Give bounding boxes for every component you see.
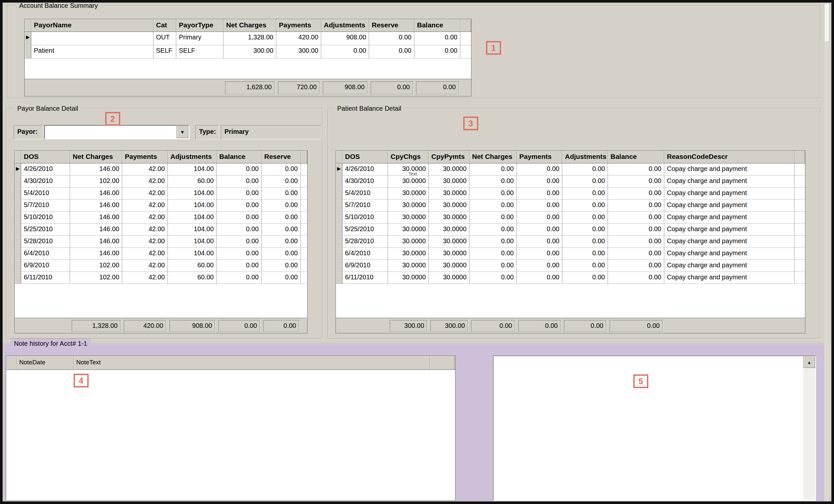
note-textarea[interactable]: ▲ <box>493 356 816 501</box>
table-row[interactable]: 5/28/2010146.0042.00104.000.000.00 <box>15 236 307 248</box>
table-cell: 30.0000 <box>388 224 429 235</box>
table-row[interactable]: 4/30/2010102.0042.0060.000.000.00 <box>15 176 307 187</box>
column-header[interactable]: Payments <box>517 151 562 163</box>
column-header[interactable]: CpyChgs <box>388 151 429 163</box>
total-box: 720.00 <box>278 82 320 94</box>
row-selector[interactable]: ▶ <box>25 32 31 45</box>
table-cell: 0.00 <box>562 272 608 283</box>
column-header[interactable]: Adjustments <box>562 151 608 163</box>
account-balance-window: Account Balance Summary PayorNameCatPayo… <box>0 0 834 504</box>
table-cell: 30.0000 <box>429 200 469 211</box>
table-cell: 0.00 <box>217 163 262 175</box>
table-cell: 5/10/2010 <box>21 212 70 223</box>
row-selector[interactable] <box>336 260 343 272</box>
chevron-down-icon[interactable]: ▼ <box>177 126 188 138</box>
table-row[interactable]: 6/9/2010102.0042.0060.000.000.00 <box>15 260 307 272</box>
table-cell: 0.00 <box>217 176 262 187</box>
table-cell: 30.0000 <box>429 212 469 223</box>
table-row[interactable]: 4/30/201030.000030.00000.000.000.000.00C… <box>336 176 805 187</box>
table-cell: 4/30/2010 <box>21 176 70 187</box>
table-row[interactable]: 5/28/201030.000030.00000.000.000.000.00C… <box>336 236 805 248</box>
table-row[interactable]: 6/11/201030.000030.00000.000.000.000.00C… <box>336 272 805 284</box>
table-row[interactable]: ▶4/26/2010146.0042.00104.000.000.00 <box>15 163 307 176</box>
row-selector[interactable] <box>25 45 31 58</box>
row-selector[interactable] <box>15 272 21 283</box>
table-cell: 0.00 <box>608 212 664 223</box>
column-header[interactable]: Adjustments <box>321 19 369 31</box>
column-header[interactable]: ReasonCodeDescr <box>664 151 795 163</box>
table-row[interactable]: 6/4/2010146.0042.00104.000.000.00 <box>15 248 307 260</box>
table-cell: 146.00 <box>70 200 122 211</box>
column-header[interactable]: PayorType <box>176 19 223 31</box>
column-header[interactable]: Payments <box>276 19 321 31</box>
header-trailing-cell <box>795 151 805 163</box>
row-selector[interactable] <box>15 236 21 248</box>
table-row[interactable]: 5/7/2010146.0042.00104.000.000.00 <box>15 200 307 212</box>
table-row[interactable]: 5/4/201030.000030.00000.000.000.000.00Co… <box>336 187 805 200</box>
table-row[interactable]: 5/10/201030.000030.00000.000.000.000.00C… <box>336 212 805 224</box>
row-selector[interactable] <box>336 187 343 199</box>
row-selector[interactable] <box>15 187 21 199</box>
column-header[interactable]: Net Charges <box>223 19 276 31</box>
row-selector[interactable] <box>336 248 343 259</box>
window-scrollbar-thumb[interactable] <box>824 3 830 42</box>
column-header[interactable]: DOS <box>21 151 70 163</box>
column-header[interactable]: NoteDate <box>17 356 74 369</box>
column-header[interactable]: Balance <box>608 151 664 163</box>
table-cell: 0.00 <box>562 260 608 272</box>
column-header[interactable]: NoteText <box>74 356 430 369</box>
table-cell: 5/25/2010 <box>21 224 70 235</box>
column-header[interactable]: Reserve <box>369 19 414 31</box>
column-header[interactable]: PayorName <box>31 19 153 31</box>
table-row[interactable]: 6/11/2010102.0042.0060.000.000.00 <box>15 272 307 284</box>
table-row[interactable]: 5/25/2010146.0042.00104.000.000.00 <box>15 224 307 236</box>
column-header[interactable]: DOS <box>343 151 388 163</box>
column-header[interactable]: Adjustments <box>168 151 217 163</box>
table-cell: 30.0000 <box>429 260 469 272</box>
table-cell: 102.00 <box>70 260 122 272</box>
row-selector[interactable] <box>336 236 343 248</box>
table-cell: 0.00 <box>369 45 414 58</box>
column-header[interactable]: Balance <box>217 151 262 163</box>
column-header[interactable]: Balance <box>414 19 460 31</box>
window-scrollbar[interactable] <box>824 3 830 501</box>
trailing-cell <box>301 163 307 175</box>
table-row[interactable]: PatientSELFSELF300.00300.000.000.000.00 <box>25 45 471 59</box>
row-selector[interactable] <box>336 176 343 187</box>
row-selector[interactable]: ▶ <box>15 163 21 175</box>
table-row[interactable]: 5/4/2010146.0042.00104.000.000.00 <box>15 187 307 200</box>
row-selector[interactable] <box>15 248 21 259</box>
row-selector[interactable] <box>15 200 21 211</box>
table-cell: 908.00 <box>321 32 369 45</box>
table-cell: 102.00 <box>70 176 122 187</box>
table-row[interactable]: ▶OUTPrimary1,328.00420.00908.000.000.00 <box>25 32 471 45</box>
row-selector[interactable] <box>336 212 343 223</box>
row-selector[interactable] <box>336 224 343 235</box>
row-selector[interactable] <box>15 212 21 223</box>
column-header[interactable]: Reserve <box>262 151 301 163</box>
trailing-cell <box>795 248 805 259</box>
row-selector[interactable] <box>336 272 343 283</box>
table-row[interactable]: 6/4/201030.000030.00000.000.000.000.00Co… <box>336 248 805 260</box>
table-row[interactable]: 5/7/201030.000030.00000.000.000.000.00Co… <box>336 200 805 212</box>
column-header[interactable]: CpyPymts <box>429 151 469 163</box>
column-header[interactable]: Cat <box>153 19 176 31</box>
payor-combobox[interactable]: ▼ <box>44 125 190 139</box>
note-history-title: Note history for Acct# 1-1 <box>11 339 91 348</box>
table-row[interactable]: 5/10/2010146.0042.00104.000.000.00 <box>15 212 307 224</box>
column-header[interactable]: Payments <box>122 151 168 163</box>
scroll-up-icon[interactable]: ▲ <box>804 357 815 368</box>
column-header[interactable]: Net Charges <box>469 151 517 163</box>
row-selector[interactable] <box>15 224 21 235</box>
table-row[interactable]: 6/9/201030.000030.00000.000.000.000.00Co… <box>336 260 805 272</box>
total-box: 1,328.00 <box>72 320 120 332</box>
note-textarea-scrollbar[interactable]: ▲ <box>804 357 815 500</box>
row-selector[interactable] <box>15 260 21 272</box>
row-selector[interactable] <box>336 200 343 211</box>
table-cell: 146.00 <box>70 187 122 199</box>
row-selector[interactable] <box>15 176 21 187</box>
table-row[interactable]: ▶4/26/201030.000030.00000.000.000.000.00… <box>336 163 805 176</box>
table-row[interactable]: 5/25/201030.000030.00000.000.000.000.00C… <box>336 224 805 236</box>
column-header[interactable]: Net Charges <box>70 151 122 163</box>
row-selector[interactable]: ▶ <box>336 163 343 175</box>
